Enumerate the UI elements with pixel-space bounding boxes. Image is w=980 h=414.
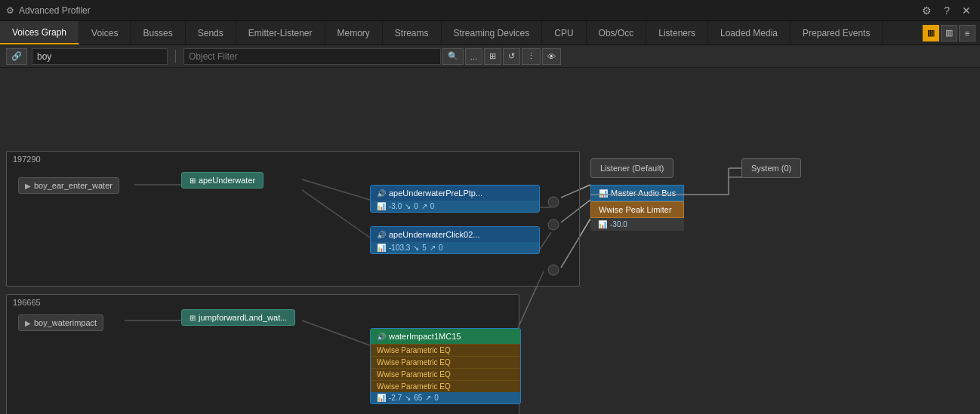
sound-stat1-2: -103.3: [389, 244, 410, 252]
help-btn[interactable]: ?: [941, 3, 953, 18]
sound-node-3[interactable]: 🔊 waterImpact1MC15 Wwise Parametric EQ W…: [370, 328, 521, 404]
randomizer-label-2: jumpforwardLand_wat...: [199, 313, 287, 322]
tab-emitter-listener[interactable]: Emitter-Listener: [236, 21, 325, 44]
tab-prepared-events[interactable]: Prepared Events: [790, 21, 883, 44]
sound-icon-3: 🔊: [377, 333, 386, 341]
sound-stat2-2: 5: [422, 244, 427, 252]
layout-actions: ▦ ▥ ≡: [918, 21, 980, 44]
event-label-1: boy_ear_enter_water: [34, 181, 112, 190]
master-bus-node[interactable]: 📊 Master Audio Bus Wwise Peak Limiter 📊 …: [590, 185, 684, 231]
eq-row-1: Wwise Parametric EQ: [371, 344, 520, 356]
filter-more-btn[interactable]: ...: [465, 48, 482, 65]
app-title: Advanced Profiler: [19, 5, 91, 16]
tab-bar: Voices Graph Voices Busses Sends Emitter…: [0, 21, 980, 45]
group1-label: 197290: [13, 155, 41, 164]
filter-refresh-btn[interactable]: ↺: [503, 48, 520, 65]
sound-header-2: 🔊 apeUnderwaterClick02...: [371, 227, 539, 242]
limiter-stats: 📊 -30.0: [590, 218, 684, 231]
limiter-label: Wwise Peak Limiter: [599, 205, 672, 214]
layout-btn-list[interactable]: ≡: [959, 25, 975, 41]
settings-btn[interactable]: ⚙: [919, 3, 935, 18]
sound-icon-1: 🔊: [377, 189, 386, 198]
canvas-area: 197290 ▶ boy_ear_enter_water ⊞ apeUnderw…: [0, 68, 980, 414]
randomizer-node-1[interactable]: ⊞ apeUnderwater: [181, 172, 263, 189]
sound-node-1[interactable]: 🔊 apeUnderwaterPreLPtp... 📊 -3.0 ↘ 0 ↗ 0: [370, 185, 540, 213]
title-bar: ⚙ Advanced Profiler ⚙ ? ✕: [0, 0, 980, 21]
object-filter-input[interactable]: [183, 48, 441, 65]
tab-listeners[interactable]: Listeners: [646, 21, 708, 44]
event-node-2[interactable]: ▶ boy_waterimpact: [18, 314, 103, 331]
toolbar: 🔗 🔍 ... ⊞ ↺ ⋮ 👁: [0, 45, 980, 68]
eq-row-3: Wwise Parametric EQ: [371, 368, 520, 380]
sound-stats-1: 📊 -3.0 ↘ 0 ↗ 0: [371, 201, 539, 212]
eq-row-2: Wwise Parametric EQ: [371, 356, 520, 368]
tab-loaded-media[interactable]: Loaded Media: [708, 21, 790, 44]
sound-header-3: 🔊 waterImpact1MC15: [371, 329, 520, 344]
filter-search-btn[interactable]: 🔍: [442, 48, 464, 65]
tab-voices-graph[interactable]: Voices Graph: [0, 21, 79, 44]
randomizer-node-2[interactable]: ⊞ jumpforwardLand_wat...: [181, 309, 295, 326]
sound-stat3-1: 0: [430, 202, 435, 210]
app-icon: ⚙: [6, 5, 14, 16]
event-icon-2: ▶: [25, 319, 31, 327]
sound-stat1-3: -2.7: [389, 394, 402, 402]
listener-node[interactable]: Listener (Default): [590, 158, 673, 178]
tab-streams[interactable]: Streams: [383, 21, 442, 44]
search-input[interactable]: [32, 48, 168, 65]
randomizer-label-1: apeUnderwater: [199, 176, 255, 185]
sound-stat3-2: 0: [439, 244, 443, 252]
filter-eye-btn[interactable]: 👁: [542, 48, 561, 65]
randomizer-icon-2: ⊞: [190, 314, 196, 322]
sound-header-1: 🔊 apeUnderwaterPreLPtp...: [371, 186, 539, 201]
master-bus-header: 📊 Master Audio Bus: [590, 185, 684, 201]
event-label-2: boy_waterimpact: [34, 318, 97, 327]
sound-label-2: apeUnderwaterClick02...: [389, 230, 479, 239]
limiter-row: Wwise Peak Limiter: [590, 201, 684, 218]
close-btn[interactable]: ✕: [959, 3, 974, 18]
tab-obs-occ[interactable]: Obs/Occ: [587, 21, 647, 44]
sound-label-1: apeUnderwaterPreLPtp...: [389, 189, 482, 198]
group1-box: 197290: [6, 151, 580, 287]
sound-node-2[interactable]: 🔊 apeUnderwaterClick02... 📊 -103.3 ↘ 5 ↗…: [370, 226, 540, 254]
sound-stats-3: 📊 -2.7 ↘ 65 ↗ 0: [371, 392, 520, 403]
layout-btn-grid[interactable]: ▦: [923, 25, 939, 41]
sound-icon-2: 🔊: [377, 231, 386, 239]
tab-voices[interactable]: Voices: [79, 21, 131, 44]
master-bus-label: Master Audio Bus: [611, 189, 676, 198]
title-bar-title-area: ⚙ Advanced Profiler: [6, 5, 91, 16]
master-bus-icon: 📊: [599, 189, 608, 198]
tab-memory[interactable]: Memory: [325, 21, 383, 44]
eq-row-4: Wwise Parametric EQ: [371, 380, 520, 392]
tab-busses[interactable]: Busses: [131, 21, 185, 44]
limiter-stat: -30.0: [610, 220, 627, 228]
layout-btn-split[interactable]: ▥: [941, 25, 957, 41]
sound-stat3-3: 0: [434, 394, 439, 402]
sound-stat1-1: -3.0: [389, 202, 402, 210]
system-node[interactable]: System (0): [741, 158, 801, 178]
title-bar-controls[interactable]: ⚙ ? ✕: [919, 3, 974, 18]
filter-dots-btn[interactable]: ⋮: [522, 48, 541, 65]
tab-streaming-devices[interactable]: Streaming Devices: [442, 21, 543, 44]
tab-sends[interactable]: Sends: [186, 21, 236, 44]
group2-label: 196665: [13, 298, 41, 307]
link-button[interactable]: 🔗: [6, 48, 27, 65]
sound-label-3: waterImpact1MC15: [389, 332, 461, 341]
filter-grid-btn[interactable]: ⊞: [484, 48, 501, 65]
sound-stat2-1: 0: [414, 202, 418, 210]
tab-cpu[interactable]: CPU: [542, 21, 586, 44]
randomizer-icon-1: ⊞: [190, 176, 196, 185]
event-icon-1: ▶: [25, 182, 31, 190]
system-label: System (0): [751, 164, 791, 173]
sound-stat2-3: 65: [414, 394, 422, 402]
listener-label: Listener (Default): [600, 164, 664, 173]
event-node-1[interactable]: ▶ boy_ear_enter_water: [18, 177, 119, 194]
sound-stats-2: 📊 -103.3 ↘ 5 ↗ 0: [371, 242, 539, 253]
object-filter-area: 🔍 ... ⊞ ↺ ⋮ 👁: [183, 48, 561, 65]
